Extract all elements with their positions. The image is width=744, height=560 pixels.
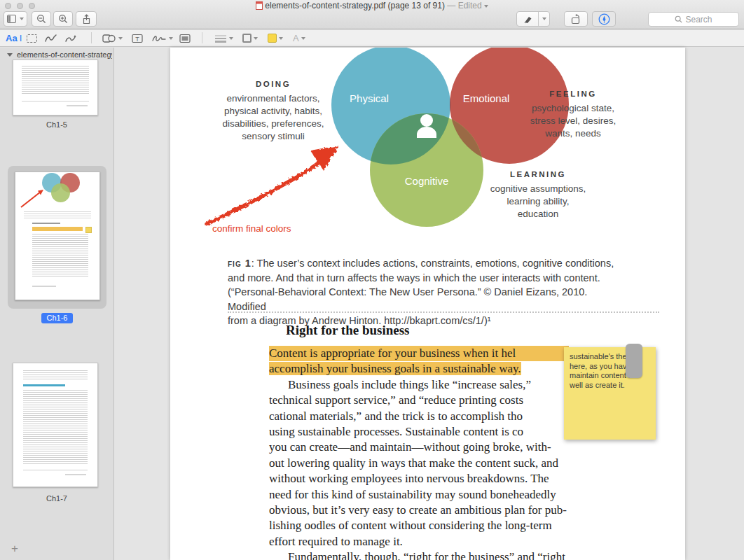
border-color-tool[interactable] <box>242 32 258 44</box>
chevron-down-icon <box>20 18 24 20</box>
draw-tool[interactable] <box>64 32 78 44</box>
document-scroll-area[interactable]: Physical Emotional Cognitive DOING envir… <box>115 48 744 560</box>
search-placeholder: Search <box>685 15 712 24</box>
pdf-file-icon <box>256 1 263 10</box>
mini-sticky-note <box>85 227 92 233</box>
highlight-tool-chevron[interactable] <box>538 12 549 26</box>
chevron-down-icon <box>301 37 305 40</box>
markup-pen-icon <box>598 13 610 25</box>
draw-icon <box>64 34 78 43</box>
sidebar-document-title: elements-of-content-strategy… <box>17 50 112 59</box>
thumbnail-label[interactable]: Ch1-7 <box>0 494 113 503</box>
text-box-icon: T <box>132 34 143 43</box>
thumb-rule <box>22 101 89 102</box>
arrow-annotation[interactable] <box>207 146 338 224</box>
body-text-line: obvious, but it’s very easy to create an… <box>269 503 661 518</box>
text-selection-tool[interactable]: AaI <box>6 32 22 44</box>
feeling-title: FEELING <box>496 88 650 100</box>
text-selection-label: Aa <box>6 33 18 43</box>
feeling-line: stress level, desires, <box>496 115 650 127</box>
note-anchor-tab[interactable] <box>626 344 642 378</box>
thumb-blue-heading <box>23 384 65 386</box>
shapes-icon <box>102 34 116 43</box>
caption-line: and more. And that in turn affects the w… <box>228 271 620 286</box>
page-thumbnail-ch1-7[interactable] <box>13 363 98 487</box>
thumb-text-lines <box>23 370 88 380</box>
zoom-out-button[interactable] <box>32 11 51 27</box>
learning-title: LEARNING <box>461 168 615 181</box>
sketch-icon <box>44 34 58 43</box>
window-title: elements-of-content-strategy.pdf (page 1… <box>0 1 744 10</box>
section-heading: Right for the business <box>286 323 409 338</box>
fig-label: fig 1 <box>228 258 252 269</box>
text-box-tool[interactable]: T <box>132 32 143 44</box>
body-text-line: effort required to manage it. <box>269 534 661 550</box>
thumbnail-sidebar: elements-of-content-strategy… Ch1-5 Ch1-… <box>0 48 114 560</box>
physical-label: Physical <box>350 92 389 104</box>
fill-color-tool[interactable] <box>268 32 283 44</box>
share-button[interactable] <box>76 11 97 27</box>
text-style-icon: A <box>293 33 299 43</box>
note-tool[interactable] <box>179 32 191 44</box>
toolbar-divider <box>202 32 202 43</box>
share-icon <box>82 14 91 24</box>
chevron-down-icon <box>279 37 283 40</box>
signature-icon <box>151 34 167 43</box>
fill-color-icon <box>268 34 277 43</box>
page-thumbnail-ch1-5[interactable] <box>13 59 98 115</box>
mini-heading-line <box>32 223 60 224</box>
note-icon <box>179 34 191 43</box>
add-page-button[interactable]: + <box>11 542 18 556</box>
rectangular-selection-tool[interactable] <box>27 32 37 44</box>
mini-caption-lines <box>24 211 91 218</box>
dashed-rect-icon <box>27 34 37 43</box>
body-text-line: you can create—and maintain—without goin… <box>269 440 661 455</box>
arrow-note-text[interactable]: confirm final colors <box>212 223 291 234</box>
thumbnail-label[interactable]: Ch1-5 <box>0 120 113 129</box>
signature-tool[interactable] <box>151 32 173 44</box>
caption-line: (“Personal-Behavioral Context: The New U… <box>228 285 620 314</box>
window-title-page: (page 13 of 91) <box>388 1 445 10</box>
selected-label-badge: Ch1-6 <box>41 313 74 323</box>
line-style-tool[interactable] <box>214 32 233 44</box>
mini-highlight <box>32 227 83 231</box>
chevron-down-icon <box>229 37 233 40</box>
feeling-block: FEELING psychological state, stress leve… <box>496 88 650 140</box>
highlighter-icon <box>517 12 538 26</box>
mini-body-lines <box>32 234 88 277</box>
thumb-rule <box>23 470 88 470</box>
body-text-line: need for this kind of sustainability may… <box>269 487 661 503</box>
cognitive-label: Cognitive <box>405 175 449 187</box>
feeling-line: wants, needs <box>496 127 650 140</box>
page-thumbnail-ch1-6[interactable] <box>15 172 100 300</box>
text-style-tool[interactable]: A <box>293 32 305 44</box>
figure-caption: fig 1: The user’s context includes actio… <box>228 256 620 328</box>
chevron-down-icon <box>118 37 123 40</box>
learning-line: learning ability, <box>461 195 615 208</box>
learning-line: education <box>461 208 615 220</box>
rotate-button[interactable] <box>564 11 588 27</box>
search-icon <box>675 15 682 23</box>
zoom-out-icon <box>36 14 46 24</box>
markup-toolbar-toggle-button[interactable] <box>592 11 616 27</box>
thumb-footer-line <box>67 105 88 106</box>
zoom-in-icon <box>58 14 68 24</box>
body-text-line: out lowering quality in ways that make t… <box>269 456 661 471</box>
search-input[interactable]: Search <box>648 12 739 27</box>
sidebar-document-group[interactable]: elements-of-content-strategy… <box>7 50 112 59</box>
disclosure-triangle-icon[interactable] <box>7 53 13 57</box>
sketch-tool[interactable] <box>44 32 58 44</box>
thumb-text-lines <box>22 66 89 95</box>
thumbnail-label-selected[interactable]: Ch1-6 <box>0 311 114 323</box>
highlight-annotation[interactable]: accomplish your business goals in a sust… <box>269 362 521 375</box>
title-chevron-icon[interactable] <box>484 5 488 8</box>
sidebar-toggle-button[interactable] <box>4 11 27 27</box>
doing-title: DOING <box>198 78 348 90</box>
doing-line: physical activity, habits, <box>198 105 348 118</box>
highlight-tool-button[interactable] <box>516 11 550 27</box>
zoom-in-button[interactable] <box>53 11 73 27</box>
learning-block: LEARNING cognitive assumptions, learning… <box>461 168 615 220</box>
shapes-tool[interactable] <box>102 32 123 44</box>
mini-footer-line <box>32 286 56 287</box>
highlight-annotation[interactable]: Content is appropriate for your business… <box>269 346 569 361</box>
